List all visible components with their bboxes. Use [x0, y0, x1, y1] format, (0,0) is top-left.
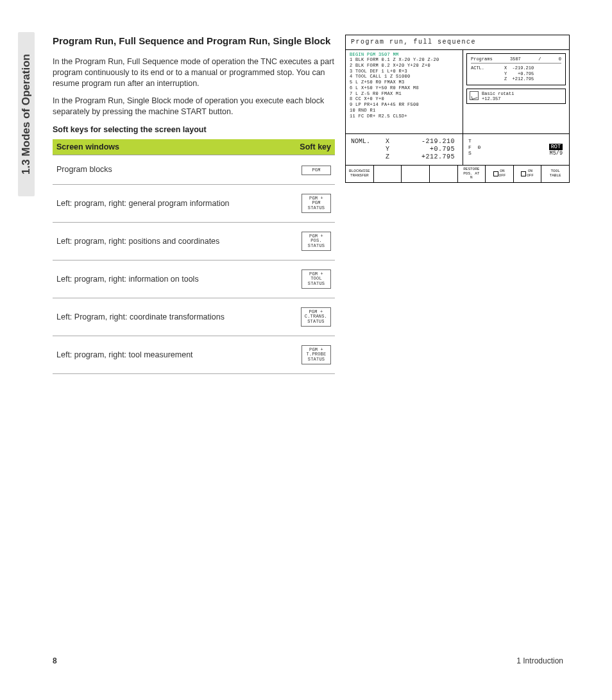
sk-blockwise[interactable]: BLOCKWISE TRANSFER	[346, 166, 374, 182]
cnc-program-listing: BEGIN PGM 3507 MM 1 BLK FORM 0.1 Z X-20 …	[346, 50, 463, 133]
table-row: Left: program, right: information on too…	[53, 260, 335, 298]
main-text-column: Program Run, Full Sequence and Program R…	[53, 35, 335, 374]
th-soft-key: Soft key	[280, 139, 335, 155]
table-row: Program blocks PGM	[53, 155, 335, 184]
cnc-title: Program run, full sequence	[346, 35, 569, 50]
paragraph-1: In the Program Run, Full Sequence mode o…	[53, 56, 335, 89]
cnc-line: 1 BLK FORM 0.1 Z X-20 Y-20 Z-20	[350, 57, 459, 63]
sk-onoff-2[interactable]: ON OFF	[514, 166, 542, 182]
rot-badge: ROT M5/9	[549, 144, 563, 157]
actl-z: +212.795	[513, 76, 534, 81]
m59-text: M5/9	[550, 150, 563, 157]
row-desc: Left: program, right: tool measurement	[53, 336, 280, 374]
sk-empty[interactable]	[430, 166, 458, 182]
softkey-pos-status[interactable]: PGM + POS. STATUS	[302, 232, 331, 251]
actl-label: ACTL.	[471, 65, 504, 71]
cnc-line: 4 TOOL CALL 1 Z S1000	[350, 74, 459, 80]
rotation-icon	[470, 91, 479, 100]
row-desc: Left: program, right: general program in…	[53, 184, 280, 222]
noml-y: +0.795	[397, 146, 455, 153]
softkey-tprobe-status[interactable]: PGM + T.PROBE STATUS	[302, 345, 331, 364]
table-subheading: Soft keys for selecting the screen layou…	[53, 125, 335, 134]
cnc-status-pane: Programs 3507 / 0 ACTL.X -219.210 Y +0.7…	[463, 50, 569, 133]
section-tab-label: 1.3 Modes of Operation	[20, 54, 33, 175]
page-heading: Program Run, Full Sequence and Program R…	[53, 35, 335, 47]
softkey-ctrans-status[interactable]: PGM + C.TRANS. STATUS	[301, 307, 331, 327]
toggle-icon	[521, 171, 526, 176]
table-row: Left: program, right: positions and coor…	[53, 223, 335, 260]
cnc-line: 5 L Z+50 R0 FMAX M3	[350, 80, 459, 85]
softkey-pgm-status[interactable]: PGM + PGM STATUS	[302, 194, 331, 213]
cnc-line: 7 L Z-5 R0 FMAX M1	[350, 91, 459, 97]
programs-label: Programs	[471, 56, 493, 62]
page-footer: 8 1 Introduction	[53, 656, 563, 665]
section-tab: 1.3 Modes of Operation	[18, 32, 35, 196]
th-screen-windows: Screen windows	[53, 139, 280, 155]
chapter-label: 1 Introduction	[516, 656, 563, 665]
cnc-softkey-row: BLOCKWISE TRANSFER RESTORE POS. AT N ON …	[346, 165, 569, 182]
rot-text: ROT	[549, 144, 563, 150]
cnc-begin-line: BEGIN PGM 3507 MM	[350, 52, 459, 57]
sk-tool-table[interactable]: TOOL TABLE	[541, 166, 569, 182]
cnc-line: 3 TOOL DEF 1 L+0 R+3	[350, 69, 459, 74]
toggle-icon	[493, 171, 498, 176]
cnc-line: 10 RND R1	[350, 108, 459, 114]
sk-restore-pos[interactable]: RESTORE POS. AT N	[458, 166, 486, 182]
cnc-line: 6 L X+50 Y+50 R0 FMAX M8	[350, 85, 459, 91]
row-desc: Left: program, right: positions and coor…	[53, 223, 280, 260]
softkey-pgm[interactable]: PGM	[302, 166, 331, 175]
programs-zero: 0	[559, 56, 561, 62]
f-value: 0	[477, 144, 480, 150]
programs-box: Programs 3507 / 0 ACTL.X -219.210 Y +0.7…	[466, 53, 566, 85]
actl-x: -219.210	[513, 65, 534, 71]
softkey-tool-status[interactable]: PGM + TOOL STATUS	[302, 269, 331, 289]
table-row: Left: Program, right: coordinate transfo…	[53, 298, 335, 336]
row-desc: Left: Program, right: coordinate transfo…	[53, 298, 280, 336]
sk-empty[interactable]	[374, 166, 402, 182]
sk-onoff-1[interactable]: ON OFF	[486, 166, 514, 182]
cnc-line: 2 BLK FORM 0.2 X+20 Y+20 Z+0	[350, 63, 459, 69]
f-label: F	[468, 144, 472, 150]
noml-coordinates: NOML.X-219.210 Y+0.795 Z+212.795	[346, 134, 463, 165]
noml-z: +212.795	[397, 153, 455, 161]
cnc-line: 8 CC X+0 Y+0	[350, 96, 459, 102]
basic-rotation-box: Basic rotati +12.357	[466, 89, 566, 104]
paragraph-2: In the Program Run, Single Block mode of…	[53, 96, 335, 117]
actl-y: +0.795	[518, 71, 534, 76]
cnc-screenshot: Program run, full sequence BEGIN PGM 350…	[345, 35, 570, 183]
sk-empty[interactable]	[402, 166, 430, 182]
programs-value: 3507	[510, 56, 521, 62]
rota-label: Basic rotati	[482, 91, 514, 96]
table-row: Left: program, right: general program in…	[53, 184, 335, 222]
table-row: Left: program, right: tool measurement P…	[53, 336, 335, 374]
cnc-line: 9 LP PR+14 PA+45 RR F500	[350, 102, 459, 108]
noml-x: -219.210	[397, 138, 455, 146]
cnc-line: 11 FC DR+ R2.5 CLSD+	[350, 114, 459, 119]
softkey-table: Screen windows Soft key Program blocks P…	[53, 139, 335, 375]
page-number: 8	[53, 656, 57, 665]
noml-label: NOML.	[351, 138, 386, 146]
rota-value: +12.357	[482, 96, 500, 101]
row-desc: Left: program, right: information on too…	[53, 260, 280, 298]
programs-slash: /	[538, 56, 541, 62]
row-desc: Program blocks	[53, 155, 280, 184]
tfs-status: T F 0 S ROT M5/9	[463, 134, 569, 165]
